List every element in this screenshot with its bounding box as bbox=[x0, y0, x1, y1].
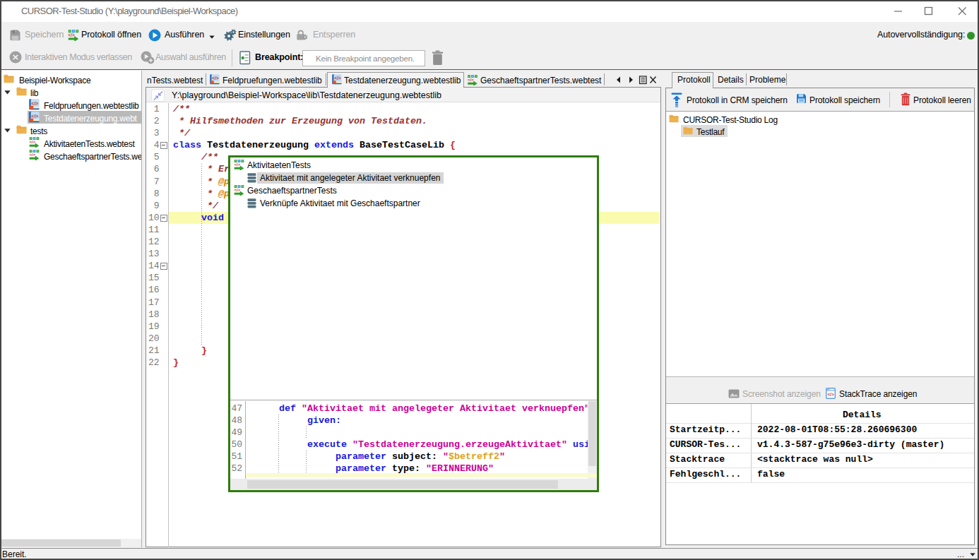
svg-text:</>: </> bbox=[30, 153, 36, 157]
svg-text:</>: </> bbox=[69, 32, 76, 37]
svg-text:</>: </> bbox=[334, 76, 341, 81]
svg-text:</>: </> bbox=[468, 78, 474, 82]
svg-text:</>: </> bbox=[827, 392, 834, 397]
svg-text:</>: </> bbox=[235, 162, 241, 167]
svg-text:</>: </> bbox=[31, 101, 38, 106]
svg-text:</>: </> bbox=[31, 114, 38, 119]
svg-text:</>: </> bbox=[30, 140, 36, 144]
svg-text:</>: </> bbox=[212, 76, 219, 81]
svg-text:</>: </> bbox=[235, 188, 241, 192]
